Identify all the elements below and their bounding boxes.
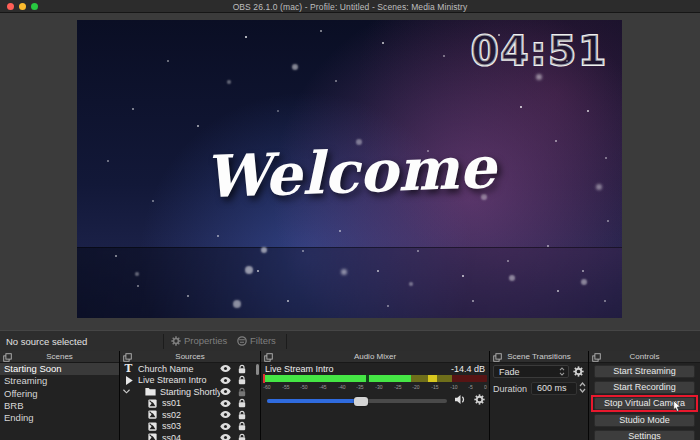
transition-gear-icon[interactable]	[573, 366, 584, 377]
starfield-bokeh	[77, 20, 81, 24]
volume-meter	[263, 375, 487, 382]
visibility-eye-icon[interactable]	[220, 400, 231, 407]
text-source-icon: T	[123, 364, 134, 373]
source-label: ss01	[162, 398, 220, 408]
volume-slider[interactable]	[267, 399, 447, 403]
duration-input[interactable]: 600 ms	[531, 382, 577, 395]
audio-mixer-title: Audio Mixer	[261, 352, 489, 361]
sources-panel-title: Sources	[120, 352, 260, 361]
visibility-eye-icon[interactable]	[220, 377, 231, 384]
source-row[interactable]: ss01	[120, 398, 260, 410]
preview-area: Welcome 04:51	[0, 13, 700, 330]
filters-button[interactable]: Filters	[237, 335, 276, 346]
image-source-icon	[147, 410, 158, 419]
source-label: ss04	[162, 433, 220, 440]
source-label: Starting Shortly	[160, 387, 220, 397]
source-label: Live Stream Intro	[138, 375, 220, 385]
source-group-row[interactable]: Starting Shortly	[120, 386, 260, 398]
scenes-list: Starting Soon Streaming Offering BRB End…	[0, 363, 119, 440]
scene-transitions-body: Fade Duration 600 ms	[490, 363, 588, 440]
sources-list: T Church Name Live Stream Intro	[120, 363, 260, 440]
source-row[interactable]: ss02	[120, 409, 260, 421]
audio-mixer-header: Audio Mixer	[261, 351, 489, 363]
start-recording-button[interactable]: Start Recording	[594, 381, 695, 394]
controls-header: Controls	[589, 351, 700, 363]
visibility-eye-icon[interactable]	[220, 423, 231, 430]
stop-virtual-camera-button[interactable]: Stop Virtual Camera	[594, 397, 695, 410]
source-row[interactable]: Live Stream Intro	[120, 375, 260, 387]
welcome-text: Welcome	[203, 133, 497, 211]
source-label: ss03	[162, 421, 220, 431]
lock-icon[interactable]	[238, 433, 246, 440]
source-label: ss02	[162, 410, 220, 420]
source-toolbar: No source selected Properties Filters	[0, 330, 700, 351]
separator	[163, 334, 164, 349]
scene-item-brb[interactable]: BRB	[0, 400, 119, 412]
mouse-cursor	[673, 400, 681, 412]
video-lower-layer	[77, 247, 622, 318]
scene-item-offering[interactable]: Offering	[0, 388, 119, 400]
controls-body: Start Streaming Start Recording Stop Vir…	[589, 363, 700, 440]
image-source-icon	[147, 433, 158, 440]
title-bar: OBS 26.1.0 (mac) - Profile: Untitled - S…	[0, 0, 700, 13]
duration-spinner[interactable]	[579, 382, 586, 393]
transition-select[interactable]: Fade	[493, 365, 569, 378]
visibility-eye-icon[interactable]	[220, 411, 231, 418]
source-row[interactable]: ss03	[120, 421, 260, 433]
transition-value: Fade	[499, 367, 559, 377]
lock-icon[interactable]	[238, 375, 246, 385]
chevron-down-icon[interactable]	[123, 389, 130, 394]
sources-panel-header: Sources	[120, 351, 260, 363]
filter-icon	[237, 336, 247, 346]
countdown-timer: 04:51	[471, 28, 608, 74]
scenes-panel: Scenes Starting Soon Streaming Offering …	[0, 351, 119, 440]
image-source-icon	[147, 399, 158, 408]
source-label: Church Name	[138, 364, 220, 374]
gear-icon	[171, 336, 181, 346]
select-stepper-icon	[559, 367, 565, 376]
lock-icon[interactable]	[238, 410, 246, 420]
start-streaming-button[interactable]: Start Streaming	[594, 365, 695, 378]
media-source-icon	[123, 376, 134, 385]
obs-window: OBS 26.1.0 (mac) - Profile: Untitled - S…	[0, 0, 700, 440]
source-row[interactable]: ss04	[120, 432, 260, 440]
sources-scrollbar[interactable]	[256, 364, 259, 375]
scene-transitions-header: Scene Transitions	[490, 351, 588, 363]
visibility-eye-icon[interactable]	[220, 365, 231, 372]
duration-label: Duration	[493, 384, 527, 394]
window-title: OBS 26.1.0 (mac) - Profile: Untitled - S…	[0, 2, 700, 12]
meter-scale: -60-55-50-45-40-35-30-25-20-15-10-50	[263, 384, 487, 390]
audio-mixer-panel: Audio Mixer Live Stream Intro -14.4 dB -…	[261, 351, 489, 440]
filters-label: Filters	[250, 335, 276, 346]
settings-button[interactable]: Settings	[594, 430, 695, 440]
controls-title: Controls	[589, 352, 700, 361]
lock-icon[interactable]	[238, 387, 246, 397]
image-source-icon	[147, 422, 158, 431]
properties-label: Properties	[184, 335, 227, 346]
scene-item-starting-soon[interactable]: Starting Soon	[0, 363, 119, 375]
volume-slider-fill	[267, 399, 361, 403]
lock-icon[interactable]	[238, 364, 246, 374]
scenes-panel-header: Scenes	[0, 351, 119, 363]
studio-mode-button[interactable]: Studio Mode	[594, 414, 695, 427]
visibility-eye-icon[interactable]	[220, 388, 231, 395]
lock-icon[interactable]	[238, 421, 246, 431]
volume-slider-handle[interactable]	[354, 397, 368, 406]
sources-panel: Sources T Church Name	[120, 351, 260, 440]
scene-item-ending[interactable]: Ending	[0, 412, 119, 424]
mixer-level-db: -14.4 dB	[451, 364, 485, 374]
properties-button[interactable]: Properties	[171, 335, 227, 346]
lock-icon[interactable]	[238, 398, 246, 408]
scene-transitions-panel: Scene Transitions Fade Duration 600 ms	[490, 351, 588, 440]
mixer-gear-icon[interactable]	[474, 394, 485, 405]
scene-item-streaming[interactable]: Streaming	[0, 375, 119, 387]
visibility-eye-icon[interactable]	[220, 434, 231, 440]
controls-panel: Controls Start Streaming Start Recording…	[589, 351, 700, 440]
audio-mixer-body: Live Stream Intro -14.4 dB -60-55-50-45-…	[261, 363, 489, 440]
preview-canvas[interactable]: Welcome 04:51	[77, 20, 622, 318]
peak-indicator	[263, 374, 265, 383]
group-folder-icon	[145, 387, 156, 396]
scenes-panel-title: Scenes	[0, 352, 119, 361]
speaker-icon[interactable]	[454, 394, 467, 405]
source-row[interactable]: T Church Name	[120, 363, 260, 375]
